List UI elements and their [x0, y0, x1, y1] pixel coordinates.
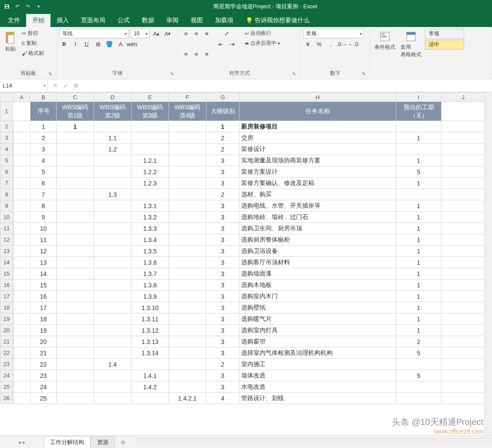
cell-I24[interactable]: 5: [396, 370, 441, 381]
cell-B12[interactable]: 11: [30, 234, 57, 246]
dialog-launcher-icon[interactable]: ⬊: [170, 71, 176, 77]
cell-H22[interactable]: 选择室内气体检测及治理机构机构: [239, 347, 396, 359]
cell-I9[interactable]: 1: [396, 200, 441, 212]
cell-H3[interactable]: 交房: [239, 132, 396, 144]
cut-button[interactable]: ✂剪切: [20, 29, 46, 38]
cell-E15[interactable]: 1.3.7: [131, 268, 169, 280]
cell-A3[interactable]: [13, 132, 30, 144]
cell-D21[interactable]: [94, 336, 131, 347]
tab-开始[interactable]: 开始: [26, 14, 51, 27]
cell-J5[interactable]: [441, 155, 485, 166]
cell-B22[interactable]: 21: [30, 347, 57, 359]
cell-G11[interactable]: 3: [206, 223, 239, 234]
cell-C16[interactable]: [57, 280, 94, 291]
conditional-format-button[interactable]: 条件格式: [373, 29, 397, 78]
cell-H26[interactable]: 管路设计、划线: [239, 393, 396, 404]
horizontal-scrollbar[interactable]: [137, 438, 492, 446]
row-header-26[interactable]: 26: [0, 393, 13, 404]
cell-style-good[interactable]: 适中: [425, 40, 464, 50]
row-header-5[interactable]: 5: [0, 155, 13, 166]
cell-D26[interactable]: [94, 393, 131, 404]
cell-E26[interactable]: [131, 393, 169, 404]
cell-D24[interactable]: [94, 370, 131, 381]
cell-D7[interactable]: [94, 178, 131, 189]
cell-H24[interactable]: 墙体改造: [239, 370, 396, 381]
col-header-I[interactable]: I: [396, 92, 441, 102]
select-all-corner[interactable]: [0, 92, 13, 102]
cell-F7[interactable]: [169, 178, 206, 189]
cell-G22[interactable]: 3: [206, 347, 239, 359]
cell-I25[interactable]: [396, 381, 441, 393]
cell-A7[interactable]: [13, 178, 30, 189]
cell-C24[interactable]: [57, 370, 94, 381]
cell-A14[interactable]: [13, 257, 30, 268]
col-header-F[interactable]: F: [169, 92, 206, 102]
cell-G9[interactable]: 3: [206, 200, 239, 212]
cell-E9[interactable]: 1.3.1: [131, 200, 169, 212]
cell-C22[interactable]: [57, 347, 94, 359]
row-header-6[interactable]: 6: [0, 166, 13, 178]
cell-A17[interactable]: [13, 291, 30, 302]
cell-A26[interactable]: [13, 393, 30, 404]
cell-F14[interactable]: [169, 257, 206, 268]
cell-A21[interactable]: [13, 336, 30, 347]
cell-C10[interactable]: [57, 212, 94, 223]
cell-H6[interactable]: 装修方案设计: [239, 166, 396, 178]
cell-D11[interactable]: [94, 223, 131, 234]
cell-A9[interactable]: [13, 200, 30, 212]
cell-J11[interactable]: [441, 223, 485, 234]
cell-D13[interactable]: [94, 246, 131, 257]
cell-G3[interactable]: 2: [206, 132, 239, 144]
cell-I7[interactable]: 1: [396, 178, 441, 189]
align-left-icon[interactable]: ≡: [181, 49, 191, 59]
cell-A24[interactable]: [13, 370, 30, 381]
cell-H11[interactable]: 选购卫生间、厨房吊顶: [239, 223, 396, 234]
row-header-1[interactable]: 1: [0, 102, 13, 121]
cell-D23[interactable]: 1.4: [94, 359, 131, 370]
cell-E7[interactable]: 1.2.3: [131, 178, 169, 189]
cell-E5[interactable]: 1.2.1: [131, 155, 169, 166]
cell-A19[interactable]: [13, 313, 30, 325]
cell-D9[interactable]: [94, 200, 131, 212]
align-bottom-icon[interactable]: ≡: [202, 29, 212, 38]
cell-I11[interactable]: 1: [396, 223, 441, 234]
cell-G4[interactable]: 2: [206, 144, 239, 155]
cell-B6[interactable]: 5: [30, 166, 57, 178]
cell-F20[interactable]: [169, 325, 206, 336]
fx-icon[interactable]: fx: [71, 81, 81, 91]
cell-H20[interactable]: 选购室内灯具: [239, 325, 396, 336]
cell-A23[interactable]: [13, 359, 30, 370]
cell-E25[interactable]: 1.4.2: [131, 381, 169, 393]
header-cell[interactable]: 任务名称: [239, 102, 396, 121]
row-header-13[interactable]: 13: [0, 246, 13, 257]
cell-C7[interactable]: [57, 178, 94, 189]
cell-E19[interactable]: 1.3.11: [131, 313, 169, 325]
row-header-21[interactable]: 21: [0, 336, 13, 347]
cell-style-normal[interactable]: 常规: [425, 29, 464, 39]
cell-H16[interactable]: 选购木地板: [239, 280, 396, 291]
align-top-icon[interactable]: ≡: [181, 29, 191, 38]
cell-E24[interactable]: 1.4.1: [131, 370, 169, 381]
header-cell[interactable]: [13, 102, 30, 121]
cell-C15[interactable]: [57, 268, 94, 280]
cell-H13[interactable]: 选购卫浴设备: [239, 246, 396, 257]
cell-E3[interactable]: [131, 132, 169, 144]
cell-E20[interactable]: 1.3.12: [131, 325, 169, 336]
cell-H4[interactable]: 装修设计: [239, 144, 396, 155]
align-right-icon[interactable]: ≡: [202, 49, 212, 59]
cell-B20[interactable]: 19: [30, 325, 57, 336]
cell-H8[interactable]: 选材、购买: [239, 189, 396, 200]
cell-F13[interactable]: [169, 246, 206, 257]
cell-B23[interactable]: 22: [30, 359, 57, 370]
cell-C9[interactable]: [57, 200, 94, 212]
cell-J3[interactable]: [441, 132, 485, 144]
cell-J17[interactable]: [441, 291, 485, 302]
cell-A16[interactable]: [13, 280, 30, 291]
cell-B18[interactable]: 17: [30, 302, 57, 313]
cell-A25[interactable]: [13, 381, 30, 393]
cell-I20[interactable]: 1: [396, 325, 441, 336]
cell-I21[interactable]: 2: [396, 336, 441, 347]
cell-D12[interactable]: [94, 234, 131, 246]
cell-I8[interactable]: [396, 189, 441, 200]
row-header-17[interactable]: 17: [0, 291, 13, 302]
